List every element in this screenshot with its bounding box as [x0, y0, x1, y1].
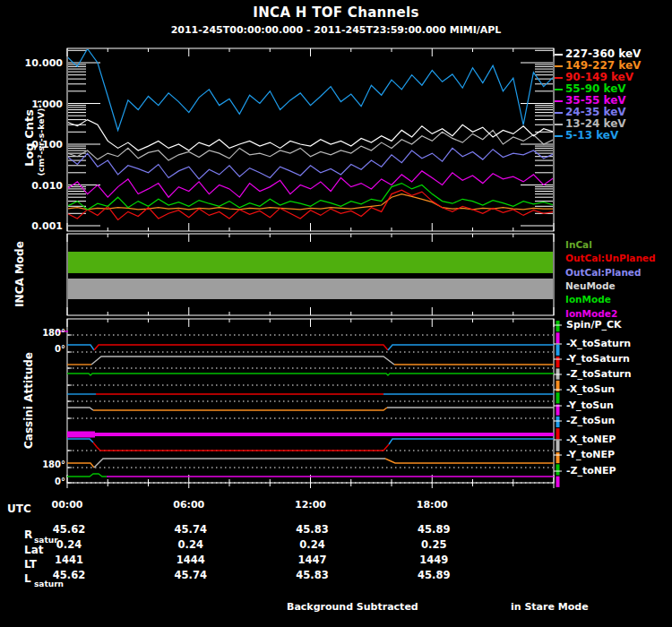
mode-legend-item: IonMode2 [565, 308, 617, 319]
attitude-line--Y_toNEP [67, 463, 94, 468]
legend-dash-icon [555, 100, 563, 102]
utc-tick-label: 06:00 [160, 499, 218, 511]
panel-border [67, 48, 554, 231]
utc-tick-label: 12:00 [282, 499, 340, 511]
table-row-label: LT [24, 558, 37, 571]
table-cell-value: 0.24 [38, 538, 100, 551]
attitude-line--X_toSaturn [94, 345, 388, 350]
stare-mode-note: in Stare Mode [511, 601, 589, 613]
legend-dash-icon [555, 89, 563, 90]
attitude-key-bar [556, 464, 560, 475]
legend-dash-icon [555, 135, 563, 137]
utc-tick-label: 18:00 [403, 499, 461, 511]
attitude-y-tick-label: 0° [35, 477, 65, 486]
attitude-line--Z_toNEP [67, 474, 107, 477]
mode-y-axis-label: INCA Mode [13, 241, 26, 307]
table-cell-value: 0.25 [402, 538, 465, 551]
attitude-row-label: -Y_toSaturn [566, 354, 630, 365]
series-13-24keV [67, 130, 554, 160]
attitude-line--Y_toSun [67, 408, 93, 410]
tof-y-tick-label: 0.010 [16, 180, 63, 192]
table-cell-value: 45.83 [281, 523, 344, 536]
attitude-line--X_toSaturn [67, 345, 94, 350]
mode-legend-item: IonMode [565, 294, 611, 305]
table-row-label: L [24, 572, 31, 585]
attitude-line--X_toNEP [93, 442, 389, 451]
tof-y-axis-label: Log Cnts (cm²-sr-s-keV)⁻¹ [22, 99, 46, 176]
attitude-row-label: -Y_toNEP [566, 450, 615, 460]
table-cell-value: 45.89 [402, 569, 465, 581]
table-cell-value: 45.62 [38, 523, 100, 536]
attitude-y-tick-label: 180° [35, 460, 65, 469]
attitude-row-label: -Z_toSun [566, 416, 615, 426]
series-24-35keV [67, 148, 554, 179]
attitude-row-label: -X_toSun [566, 384, 615, 395]
background-subtracted-note: Background Subtracted [287, 601, 418, 613]
attitude-row-label: -Y_toSun [566, 400, 614, 411]
table-cell-value: 45.89 [402, 523, 465, 536]
attitude-row-label: -X_toSaturn [566, 339, 631, 349]
panel-border [67, 234, 554, 315]
attitude-y-axis-label: Cassini Attitude [22, 352, 35, 449]
attitude-row-label: -X_toNEP [566, 434, 616, 445]
attitude-key-bar [556, 345, 560, 356]
attitude-key-bar [556, 356, 560, 367]
table-cell-value: 45.83 [281, 569, 344, 581]
attitude-row-label: -Z_toNEP [566, 466, 616, 477]
mode-legend-item: InCal [565, 239, 592, 250]
utc-tick-label: 00:00 [39, 499, 96, 511]
tof-y-tick-label: 0.001 [16, 220, 63, 232]
attitude-key-bar [556, 321, 560, 331]
attitude-line--Y_toNEP [385, 459, 554, 463]
table-cell-value: 45.62 [38, 569, 100, 581]
tof-y-tick-label: 1.000 [16, 99, 63, 110]
table-cell-value: 1447 [281, 554, 344, 566]
attitude-line--Y_toSaturn [91, 356, 394, 365]
attitude-y-tick-label: 180° [35, 328, 65, 338]
attitude-key-bar [556, 417, 560, 427]
legend-dash-icon [555, 124, 563, 125]
legend-dash-icon [555, 112, 563, 114]
table-cell-value: 45.74 [159, 523, 222, 536]
legend-dash-icon [555, 77, 563, 79]
attitude-line--X_toNEP [67, 439, 93, 442]
legend-dash-icon [555, 65, 563, 67]
attitude-line--Y_toSun [93, 408, 387, 410]
attitude-key-bar [556, 392, 560, 403]
attitude-key-bar [556, 332, 560, 343]
series-90-149keV [67, 190, 554, 219]
attitude-key-bar [556, 428, 560, 439]
mode-bar-gray [68, 279, 553, 299]
tof-y-axis-title: Log Cnts [22, 99, 36, 176]
energy-legend-item: 5-13 keV [565, 130, 618, 142]
tof-series-group [67, 48, 554, 219]
series-227-360keV [67, 120, 554, 150]
series-5-13keV [67, 48, 554, 130]
mode-legend-item: NeuMode [565, 280, 616, 291]
attitude-key-bar [556, 441, 560, 451]
attitude-line--Y_toNEP [94, 459, 385, 468]
table-row-label: R [24, 528, 32, 541]
table-cell-value: 45.74 [159, 569, 222, 581]
attitude-line--Z_toSaturn [67, 374, 554, 375]
table-cell-value: 1444 [159, 554, 222, 566]
attitude-line--X_toNEP [389, 439, 554, 444]
tof-y-tick-label: 10.000 [16, 57, 63, 69]
attitude-y-tick-label: 0° [35, 344, 65, 354]
tof-y-axis-units: (cm²-sr-s-keV)⁻¹ [36, 99, 46, 176]
table-cell-value: 1449 [402, 554, 465, 566]
attitude-key-bar [556, 477, 560, 487]
series-55-90keV [67, 184, 554, 210]
attitude-row-label: -Z_toSaturn [566, 369, 632, 380]
mode-legend-item: OutCal:UnPlaned [565, 253, 656, 263]
utc-axis-label: UTC [7, 502, 31, 515]
mode-bar-green [68, 252, 553, 273]
table-cell-value: 1441 [38, 554, 100, 566]
mode-legend-item: OutCal:Planed [565, 267, 642, 278]
legend-dash-icon [555, 54, 563, 56]
attitude-key-bar [556, 452, 560, 463]
attitude-line--X_toSaturn [388, 345, 554, 350]
series-35-55keV [67, 171, 554, 197]
attitude-row-label: Spin/P_CK [566, 320, 622, 331]
table-cell-value: 0.24 [159, 538, 222, 551]
